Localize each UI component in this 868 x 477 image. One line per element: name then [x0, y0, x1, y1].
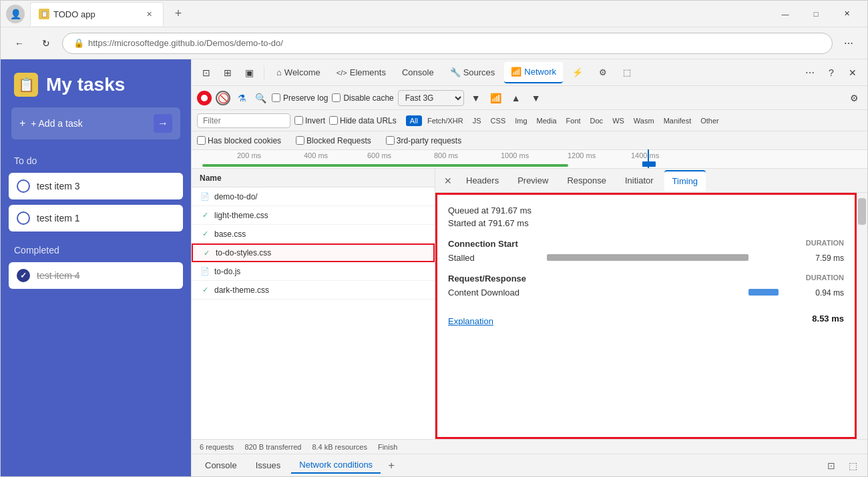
stalled-label: Stalled — [448, 253, 541, 263]
has-blocked-cookies-checkbox[interactable] — [197, 136, 206, 145]
filter-type-img[interactable]: Img — [511, 115, 531, 126]
filter-type-all[interactable]: All — [406, 115, 422, 126]
tab-close-button[interactable]: ✕ — [143, 8, 155, 20]
tab-settings[interactable]: ⚙ — [592, 62, 614, 83]
detail-tab-response[interactable]: Response — [559, 170, 614, 191]
sidebar-btn[interactable]: ▣ — [240, 63, 258, 82]
disable-cache-checkbox-label[interactable]: Disable cache — [332, 93, 393, 103]
download-btn[interactable]: ▼ — [528, 90, 544, 106]
clear-button[interactable]: 🚫 — [216, 91, 230, 105]
task-1-checkbox[interactable] — [17, 211, 30, 225]
more-tabs-btn[interactable]: ⋯ — [801, 63, 819, 82]
has-blocked-cookies-label[interactable]: Has blocked cookies — [197, 136, 281, 145]
detail-tab-headers[interactable]: Headers — [458, 170, 507, 191]
scrollbar-thumb[interactable] — [858, 198, 866, 225]
task-4-checkbox[interactable] — [17, 269, 30, 282]
refresh-button[interactable]: ↻ — [35, 33, 57, 54]
address-bar: ← ↻ 🔒 https://microsoftedge.github.io/De… — [1, 27, 867, 59]
throttle-select[interactable]: Fast 3G No throttling Slow 3G Offline — [398, 90, 464, 106]
close-panel-button[interactable]: ✕ — [441, 173, 455, 188]
invert-checkbox[interactable] — [294, 116, 303, 125]
file-item-to-do-styles[interactable]: ✓ to-do-styles.css — [192, 244, 435, 262]
address-input[interactable]: 🔒 https://microsoftedge.github.io/Demos/… — [62, 33, 833, 54]
hide-data-urls-checkbox[interactable] — [329, 116, 338, 125]
close-devtools-btn[interactable]: ✕ — [843, 63, 862, 82]
tab-elements[interactable]: </> Elements — [330, 62, 393, 83]
filter-type-wasm[interactable]: Wasm — [630, 115, 658, 126]
connection-start-section: Connection Start DURATION Stalled 7.59 m… — [448, 239, 844, 263]
back-button[interactable]: ← — [9, 33, 30, 54]
file-item-base-css[interactable]: ✓ base.css — [192, 225, 435, 244]
dock-side-btn[interactable]: ⬚ — [843, 456, 862, 475]
bottom-tab-issues[interactable]: Issues — [248, 458, 289, 473]
filter-type-manifest[interactable]: Manifest — [660, 115, 696, 126]
timing-panel: Queued at 791.67 ms Started at 791.67 ms… — [435, 193, 857, 439]
todo-sidebar: 📋 My tasks + + Add a task → To do test i… — [1, 59, 191, 476]
file-item-demo-to-do[interactable]: 📄 demo-to-do/ — [192, 187, 435, 206]
filter-type-font[interactable]: Font — [562, 115, 585, 126]
filter-input[interactable] — [197, 113, 290, 128]
disable-cache-checkbox[interactable] — [332, 93, 341, 102]
file-name-to-do-styles: to-do-styles.css — [216, 248, 425, 258]
add-task-bar[interactable]: + + Add a task → — [11, 107, 180, 139]
filter-type-js[interactable]: JS — [469, 115, 485, 126]
network-content: Name 📄 demo-to-do/ ✓ light-theme.css ✓ b… — [192, 169, 867, 439]
bottom-tab-console[interactable]: Console — [197, 458, 245, 473]
file-item-dark-theme[interactable]: ✓ dark-theme.css — [192, 281, 435, 300]
timing-scrollbar[interactable] — [857, 193, 867, 439]
tab-performance[interactable]: ⚡ — [566, 62, 590, 83]
hide-data-urls-label[interactable]: Hide data URLs — [329, 116, 397, 125]
browser-menu-button[interactable]: ⋯ — [838, 33, 859, 54]
file-item-to-do-js[interactable]: 📄 to-do.js — [192, 262, 435, 281]
tab-sidebar-toggle[interactable]: ⬚ — [616, 62, 638, 83]
content-download-bar — [748, 289, 779, 296]
minimize-button[interactable]: — — [770, 3, 801, 25]
task-item-4[interactable]: test item 4 — [9, 262, 183, 289]
dock-action-btn[interactable]: ⊡ — [822, 456, 841, 475]
throttle-dropdown-btn[interactable]: ▼ — [468, 90, 484, 106]
maximize-button[interactable]: □ — [801, 3, 831, 25]
tab-sources[interactable]: 🔧 Sources — [443, 62, 502, 83]
filter-type-css[interactable]: CSS — [487, 115, 510, 126]
tab-welcome[interactable]: ⌂ Welcome — [270, 62, 327, 83]
element-picker-btn[interactable]: ⊞ — [218, 63, 237, 82]
user-avatar[interactable]: 👤 — [6, 5, 25, 23]
filter-type-other[interactable]: Other — [696, 115, 723, 126]
bottom-tab-network-conditions[interactable]: Network conditions — [291, 457, 381, 474]
content-download-label: Content Download — [448, 288, 541, 298]
close-button[interactable]: ✕ — [831, 3, 862, 25]
task-item-1[interactable]: test item 1 — [9, 205, 183, 231]
search-button[interactable]: 🔍 — [253, 91, 268, 105]
blocked-requests-label[interactable]: Blocked Requests — [296, 136, 371, 145]
help-btn[interactable]: ? — [822, 63, 841, 82]
invert-checkbox-label[interactable]: Invert — [294, 116, 325, 125]
preserve-log-checkbox-label[interactable]: Preserve log — [272, 93, 328, 103]
tab-network[interactable]: 📶 Network — [504, 62, 563, 83]
filter-type-fetch[interactable]: Fetch/XHR — [423, 115, 467, 126]
bottom-tab-add-button[interactable]: + — [383, 458, 399, 474]
record-button[interactable] — [197, 91, 212, 105]
detail-tab-preview[interactable]: Preview — [509, 170, 556, 191]
upload-btn[interactable]: ▲ — [508, 90, 524, 106]
explanation-link[interactable]: Explanation — [448, 316, 493, 326]
filter-type-media[interactable]: Media — [533, 115, 561, 126]
filter-type-ws[interactable]: WS — [608, 115, 628, 126]
detail-tab-initiator[interactable]: Initiator — [617, 170, 662, 191]
device-toolbar-btn[interactable]: ⊡ — [197, 63, 216, 82]
task-item-3[interactable]: test item 3 — [9, 173, 183, 199]
stalled-value: 7.59 ms — [804, 254, 844, 263]
browser-tab[interactable]: 📋 TODO app ✕ — [30, 2, 164, 26]
preserve-log-checkbox[interactable] — [272, 93, 280, 102]
network-settings-btn[interactable]: ⚙ — [846, 90, 862, 106]
third-party-checkbox[interactable] — [386, 136, 395, 145]
blocked-requests-checkbox[interactable] — [296, 136, 304, 145]
tab-console[interactable]: Console — [395, 62, 441, 83]
file-item-light-theme[interactable]: ✓ light-theme.css — [192, 206, 435, 225]
wifi-icon-btn[interactable]: 📶 — [488, 90, 504, 106]
filter-type-doc[interactable]: Doc — [586, 115, 608, 126]
task-3-checkbox[interactable] — [17, 179, 30, 193]
third-party-label[interactable]: 3rd-party requests — [386, 136, 461, 145]
detail-tab-timing[interactable]: Timing — [664, 170, 706, 191]
new-tab-button[interactable]: + — [169, 5, 188, 23]
filter-button[interactable]: ⚗ — [234, 91, 249, 105]
